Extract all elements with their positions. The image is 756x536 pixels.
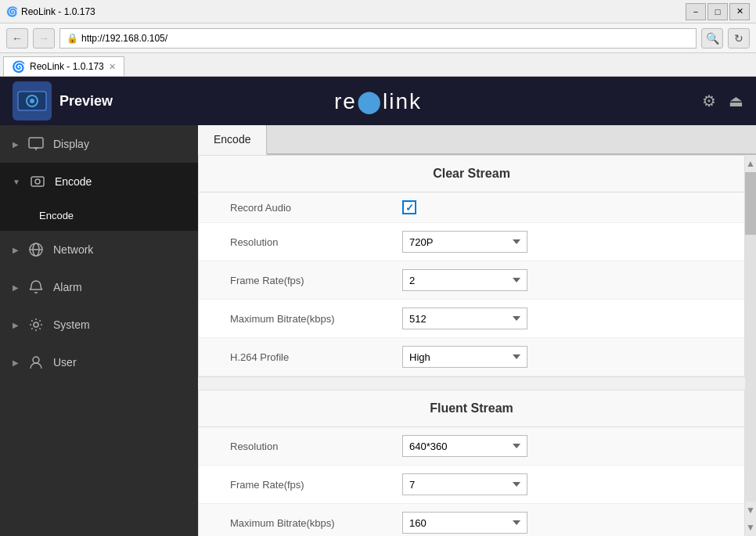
refresh-button[interactable]: ↻ <box>728 28 750 49</box>
fluent-framerate-label: Frame Rate(fps) <box>230 479 402 491</box>
sidebar-item-user[interactable]: ▶ User <box>0 344 198 381</box>
clear-bitrate-label: Maximum Bitrate(kbps) <box>230 313 402 325</box>
content-scroll-area[interactable]: Clear Stream Record Audio Resolution <box>198 155 745 536</box>
record-audio-checkbox[interactable] <box>402 200 416 214</box>
brand-text: re⬤link <box>334 89 422 113</box>
clear-resolution-row: Resolution 720P 1080P 480P <box>199 223 744 261</box>
window-title-area: 🌀 ReoLink - 1.0.173 <box>6 6 95 17</box>
sidebar-item-system[interactable]: ▶ System <box>0 306 198 344</box>
window-title-text: ReoLink - 1.0.173 <box>21 6 95 17</box>
search-button[interactable]: 🔍 <box>701 28 723 49</box>
sidebar-label-encode-sub: Encode <box>39 210 74 221</box>
tab-bar: 🌀 ReoLink - 1.0.173 ✕ <box>0 53 756 77</box>
maximize-button[interactable]: □ <box>707 3 728 20</box>
arrow-icon-user: ▶ <box>13 358 19 367</box>
fluent-bitrate-row: Maximum Bitrate(kbps) 160 256 512 <box>199 504 744 536</box>
alarm-icon <box>27 278 45 297</box>
sidebar-item-encode[interactable]: ▼ Encode <box>0 163 198 200</box>
sidebar-label-network: Network <box>53 243 93 256</box>
settings-button[interactable]: ⚙ <box>702 92 716 110</box>
arrow-icon-alarm: ▶ <box>13 283 19 292</box>
fluent-framerate-select[interactable]: 7 5 10 15 <box>402 473 527 495</box>
app-brand: re⬤link <box>334 88 422 114</box>
clear-stream-section: Clear Stream Record Audio Resolution <box>198 155 745 377</box>
clear-bitrate-value: 512 1024 2048 <box>402 308 713 329</box>
section-gap <box>198 377 745 390</box>
system-icon <box>27 315 45 334</box>
back-button[interactable]: ← <box>6 28 28 49</box>
sidebar: ▶ Display ▼ Encode Encode ▶ <box>0 125 198 536</box>
scroll-down-arrow-1[interactable]: ▼ <box>743 502 756 519</box>
minimize-button[interactable]: − <box>686 3 706 20</box>
arrow-icon-network: ▶ <box>13 246 19 254</box>
sidebar-label-encode: Encode <box>55 175 92 188</box>
clear-framerate-label: Frame Rate(fps) <box>230 275 402 286</box>
sidebar-item-network[interactable]: ▶ Network <box>0 231 198 268</box>
clear-bitrate-row: Maximum Bitrate(kbps) 512 1024 2048 <box>199 300 744 338</box>
scroll-track[interactable] <box>745 172 756 502</box>
arrow-icon-encode: ▼ <box>13 178 20 186</box>
encode-tab[interactable]: Encode <box>198 125 267 155</box>
tab-icon: 🌀 <box>12 60 25 73</box>
app-header: Preview re⬤link ⚙ ⏏ <box>0 77 756 125</box>
content-wrapper: Clear Stream Record Audio Resolution <box>198 155 756 536</box>
svg-point-7 <box>35 179 40 184</box>
svg-rect-3 <box>29 138 43 148</box>
svg-point-13 <box>33 357 39 363</box>
browser-bar: ← → 🔒 🔍 ↻ <box>0 23 756 53</box>
svg-point-12 <box>34 322 38 327</box>
sidebar-label-user: User <box>53 356 77 369</box>
network-icon <box>27 240 45 259</box>
forward-button[interactable]: → <box>33 28 55 49</box>
fluent-resolution-label: Resolution <box>230 441 402 452</box>
sidebar-label-display: Display <box>53 138 89 150</box>
fluent-resolution-row: Resolution 640*360 320*180 <box>199 427 744 466</box>
svg-rect-6 <box>31 177 44 186</box>
svg-point-2 <box>30 99 34 103</box>
logout-button[interactable]: ⏏ <box>729 92 743 110</box>
tab-close-button[interactable]: ✕ <box>109 62 116 72</box>
window-controls: − □ ✕ <box>686 3 750 20</box>
fluent-bitrate-value: 160 256 512 <box>402 512 713 534</box>
address-input[interactable] <box>81 33 689 44</box>
scroll-thumb[interactable] <box>745 172 756 235</box>
display-icon <box>27 135 45 153</box>
close-button[interactable]: ✕ <box>729 3 750 20</box>
encode-icon <box>28 172 47 191</box>
window-tab-icon: 🌀 <box>6 6 18 17</box>
clear-h264-value: High Main Baseline <box>402 346 713 368</box>
clear-stream-title: Clear Stream <box>199 156 744 192</box>
arrow-icon-display: ▶ <box>13 140 19 149</box>
record-audio-checkbox-area <box>402 200 713 214</box>
clear-resolution-label: Resolution <box>230 236 402 248</box>
scroll-up-arrow[interactable]: ▲ <box>743 155 756 172</box>
clear-h264-row: H.264 Profile High Main Baseline <box>199 338 744 376</box>
sidebar-item-alarm[interactable]: ▶ Alarm <box>0 268 198 306</box>
app-container: Preview re⬤link ⚙ ⏏ ▶ Display ▼ <box>0 77 756 536</box>
scroll-down-arrow-2[interactable]: ▼ <box>743 519 756 536</box>
browser-tab[interactable]: 🌀 ReoLink - 1.0.173 ✕ <box>3 56 124 76</box>
clear-framerate-row: Frame Rate(fps) 2 5 7 10 15 <box>199 261 744 300</box>
clear-h264-select[interactable]: High Main Baseline <box>402 346 527 368</box>
clear-framerate-select[interactable]: 2 5 7 10 15 <box>402 269 527 291</box>
clear-framerate-value: 2 5 7 10 15 <box>402 269 713 291</box>
logo-area: Preview <box>13 81 113 121</box>
window-title-bar: 🌀 ReoLink - 1.0.173 − □ ✕ ← → 🔒 🔍 ↻ 🌀 Re… <box>0 0 756 77</box>
address-bar-container[interactable]: 🔒 <box>59 28 697 49</box>
sidebar-label-system: System <box>53 318 90 331</box>
app-preview-label: Preview <box>59 93 113 110</box>
record-audio-label: Record Audio <box>230 202 402 214</box>
fluent-bitrate-select[interactable]: 160 256 512 <box>402 512 527 534</box>
fluent-resolution-select[interactable]: 640*360 320*180 <box>402 435 527 457</box>
clear-bitrate-select[interactable]: 512 1024 2048 <box>402 308 527 329</box>
fluent-stream-title: Fluent Stream <box>199 390 744 427</box>
app-logo-icon <box>13 81 52 121</box>
sidebar-item-encode-sub[interactable]: Encode <box>0 200 198 231</box>
clear-resolution-select[interactable]: 720P 1080P 480P <box>402 231 527 253</box>
user-icon <box>27 353 45 372</box>
sidebar-label-alarm: Alarm <box>53 281 82 293</box>
fluent-framerate-row: Frame Rate(fps) 7 5 10 15 <box>199 466 744 504</box>
main-layout: ▶ Display ▼ Encode Encode ▶ <box>0 125 756 536</box>
sidebar-item-display[interactable]: ▶ Display <box>0 125 198 163</box>
record-audio-row: Record Audio <box>199 192 744 223</box>
